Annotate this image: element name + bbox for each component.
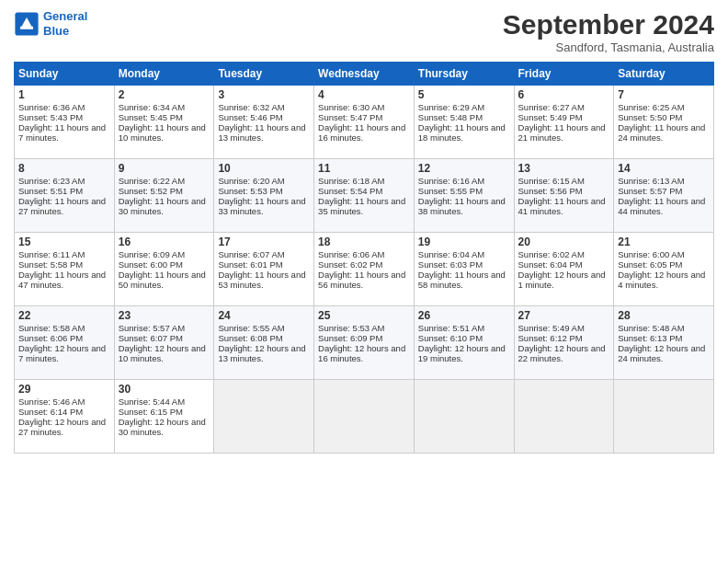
sunrise-label: Sunrise: 6:13 AM (618, 176, 684, 186)
day-number: 27 (518, 309, 610, 322)
sunrise-label: Sunrise: 5:51 AM (418, 323, 484, 333)
sunset-label: Sunset: 5:57 PM (618, 186, 682, 196)
daylight-label: Daylight: 12 hours and 7 minutes. (18, 343, 106, 363)
col-saturday: Saturday (614, 63, 714, 86)
sunrise-label: Sunrise: 6:18 AM (318, 176, 384, 186)
table-row: 6 Sunrise: 6:27 AM Sunset: 5:49 PM Dayli… (514, 86, 614, 159)
daylight-label: Daylight: 11 hours and 47 minutes. (18, 270, 106, 290)
sunset-label: Sunset: 5:50 PM (618, 112, 682, 122)
daylight-label: Daylight: 11 hours and 58 minutes. (418, 270, 506, 290)
table-row: 10 Sunrise: 6:20 AM Sunset: 5:53 PM Dayl… (214, 159, 314, 233)
table-row: 25 Sunrise: 5:53 AM Sunset: 6:09 PM Dayl… (314, 306, 415, 380)
sunrise-label: Sunrise: 6:25 AM (618, 102, 684, 112)
daylight-label: Daylight: 12 hours and 4 minutes. (618, 270, 705, 290)
sunrise-label: Sunrise: 6:27 AM (518, 102, 585, 112)
day-number: 22 (18, 309, 110, 322)
table-row: 18 Sunrise: 6:06 AM Sunset: 6:02 PM Dayl… (314, 233, 415, 306)
daylight-label: Daylight: 11 hours and 13 minutes. (218, 122, 305, 143)
sunset-label: Sunset: 5:51 PM (18, 186, 83, 196)
daylight-label: Daylight: 11 hours and 24 minutes. (618, 122, 705, 143)
sunrise-label: Sunrise: 5:53 AM (318, 323, 384, 333)
table-row: 9 Sunrise: 6:22 AM Sunset: 5:52 PM Dayli… (114, 159, 214, 233)
sunrise-label: Sunrise: 5:48 AM (618, 323, 684, 333)
day-number: 25 (318, 309, 410, 322)
day-number: 18 (318, 236, 410, 248)
calendar-week-row: 1 Sunrise: 6:36 AM Sunset: 5:43 PM Dayli… (15, 86, 714, 159)
table-row (314, 380, 415, 454)
sunrise-label: Sunrise: 5:55 AM (218, 323, 284, 333)
table-row: 23 Sunrise: 5:57 AM Sunset: 6:07 PM Dayl… (114, 306, 214, 380)
sunrise-label: Sunrise: 6:04 AM (418, 249, 484, 259)
day-number: 24 (218, 309, 310, 322)
table-row: 12 Sunrise: 6:16 AM Sunset: 5:55 PM Dayl… (414, 159, 514, 233)
sunset-label: Sunset: 6:12 PM (518, 333, 583, 343)
col-tuesday: Tuesday (214, 63, 314, 86)
sunset-label: Sunset: 5:58 PM (18, 259, 83, 270)
daylight-label: Daylight: 12 hours and 22 minutes. (518, 343, 606, 363)
day-number: 13 (518, 162, 610, 175)
daylight-label: Daylight: 12 hours and 27 minutes. (18, 417, 106, 437)
day-number: 15 (18, 236, 110, 248)
daylight-label: Daylight: 11 hours and 16 minutes. (318, 122, 405, 143)
daylight-label: Daylight: 12 hours and 13 minutes. (218, 343, 305, 363)
day-number: 29 (18, 383, 110, 396)
header: General Blue September 2024 Sandford, Ta… (14, 9, 714, 54)
table-row (414, 380, 514, 454)
daylight-label: Daylight: 11 hours and 33 minutes. (218, 196, 305, 216)
table-row: 27 Sunrise: 5:49 AM Sunset: 6:12 PM Dayl… (514, 306, 614, 380)
daylight-label: Daylight: 11 hours and 38 minutes. (418, 196, 506, 216)
calendar-table: Sunday Monday Tuesday Wednesday Thursday… (14, 62, 714, 454)
sunset-label: Sunset: 6:03 PM (418, 259, 483, 270)
sunset-label: Sunset: 5:43 PM (18, 112, 83, 122)
day-number: 11 (318, 162, 410, 175)
sunset-label: Sunset: 5:52 PM (119, 186, 183, 196)
day-number: 5 (418, 88, 510, 101)
daylight-label: Daylight: 11 hours and 18 minutes. (418, 122, 506, 143)
sunrise-label: Sunrise: 6:30 AM (318, 102, 384, 112)
table-row: 26 Sunrise: 5:51 AM Sunset: 6:10 PM Dayl… (414, 306, 514, 380)
table-row: 8 Sunrise: 6:23 AM Sunset: 5:51 PM Dayli… (15, 159, 115, 233)
sunset-label: Sunset: 6:15 PM (119, 407, 183, 417)
table-row (514, 380, 614, 454)
day-number: 28 (618, 309, 710, 322)
calendar-week-row: 8 Sunrise: 6:23 AM Sunset: 5:51 PM Dayli… (15, 159, 714, 233)
day-number: 9 (119, 162, 210, 175)
calendar-week-row: 15 Sunrise: 6:11 AM Sunset: 5:58 PM Dayl… (15, 233, 714, 306)
sunset-label: Sunset: 5:46 PM (218, 112, 282, 122)
table-row: 20 Sunrise: 6:02 AM Sunset: 6:04 PM Dayl… (514, 233, 614, 306)
day-number: 26 (418, 309, 510, 322)
sunrise-label: Sunrise: 6:23 AM (18, 176, 85, 186)
table-row: 19 Sunrise: 6:04 AM Sunset: 6:03 PM Dayl… (414, 233, 514, 306)
table-row: 5 Sunrise: 6:29 AM Sunset: 5:48 PM Dayli… (414, 86, 514, 159)
daylight-label: Daylight: 12 hours and 30 minutes. (119, 417, 206, 437)
daylight-label: Daylight: 11 hours and 50 minutes. (119, 270, 206, 290)
location-subtitle: Sandford, Tasmania, Australia (503, 40, 714, 54)
day-number: 30 (119, 383, 210, 396)
day-number: 1 (18, 88, 110, 101)
calendar-week-row: 29 Sunrise: 5:46 AM Sunset: 6:14 PM Dayl… (15, 380, 714, 454)
day-number: 20 (518, 236, 610, 248)
sunrise-label: Sunrise: 6:15 AM (518, 176, 585, 186)
day-number: 16 (119, 236, 210, 248)
logo-icon (14, 11, 40, 37)
logo: General Blue (14, 9, 87, 38)
sunrise-label: Sunrise: 5:58 AM (18, 323, 85, 333)
sunset-label: Sunset: 6:10 PM (418, 333, 483, 343)
sunset-label: Sunset: 6:02 PM (318, 259, 382, 270)
day-number: 19 (418, 236, 510, 248)
table-row: 2 Sunrise: 6:34 AM Sunset: 5:45 PM Dayli… (114, 86, 214, 159)
table-row: 16 Sunrise: 6:09 AM Sunset: 6:00 PM Dayl… (114, 233, 214, 306)
col-friday: Friday (514, 63, 614, 86)
day-number: 6 (518, 88, 610, 101)
sunset-label: Sunset: 5:45 PM (119, 112, 183, 122)
sunrise-label: Sunrise: 6:07 AM (218, 249, 284, 259)
sunset-label: Sunset: 6:08 PM (218, 333, 282, 343)
day-number: 2 (119, 88, 210, 101)
daylight-label: Daylight: 12 hours and 24 minutes. (618, 343, 705, 363)
sunrise-label: Sunrise: 6:36 AM (18, 102, 85, 112)
sunrise-label: Sunrise: 6:16 AM (418, 176, 484, 186)
day-number: 21 (618, 236, 710, 248)
day-number: 12 (418, 162, 510, 175)
daylight-label: Daylight: 11 hours and 56 minutes. (318, 270, 405, 290)
sunset-label: Sunset: 5:55 PM (418, 186, 483, 196)
